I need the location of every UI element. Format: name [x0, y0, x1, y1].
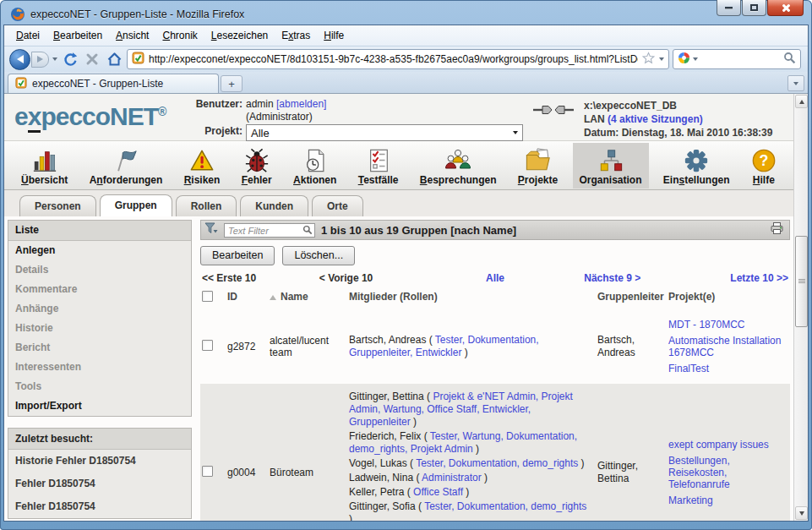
delete-button[interactable]: Löschen...	[282, 246, 355, 265]
toolbar-item-fehler[interactable]: Fehler	[235, 143, 279, 189]
title-bar[interactable]: expeccoNET - Gruppen-Liste - Mozilla Fir…	[3, 0, 809, 25]
logout-link[interactable]: [abmelden]	[276, 98, 326, 110]
toolbar-item-label: Übersicht	[21, 174, 68, 186]
project-link[interactable]: Automatische Installation 1678MCC	[668, 335, 788, 358]
toolbar-item-anforderungen[interactable]: Anforderungen	[83, 143, 170, 189]
stop-button[interactable]	[83, 50, 101, 68]
tab-orte[interactable]: Orte	[312, 195, 363, 216]
recent-item-link[interactable]: Historie Fehler D1850754	[8, 450, 191, 473]
scroll-up-button[interactable]	[795, 95, 808, 108]
sidebar-item-liste[interactable]: Liste	[8, 221, 191, 241]
tab-gruppen[interactable]: Gruppen	[100, 194, 172, 216]
column-members[interactable]: Mitglieder (Rollen)	[349, 291, 592, 303]
project-link[interactable]: exept company issues	[668, 439, 788, 451]
new-tab-button[interactable]: +	[221, 75, 243, 92]
minimize-button[interactable]	[717, 0, 741, 16]
header-checkbox[interactable]	[202, 291, 213, 302]
date-line: Datum: Dienstag, 18. Mai 2010 16:38:39	[584, 126, 793, 139]
toolbar-item-uebersicht[interactable]: Übersicht	[14, 143, 74, 189]
group-name: alcatel/lucent team	[270, 335, 344, 358]
page-next-link[interactable]: Nächste 9 >	[584, 272, 640, 284]
thumb-grip-icon	[798, 279, 805, 283]
browser-tab-active[interactable]: expeccoNET - Gruppen-Liste	[8, 74, 219, 93]
menu-ansicht[interactable]: Ansicht	[109, 27, 155, 44]
print-icon[interactable]	[770, 221, 784, 238]
history-dropdown-icon[interactable]	[52, 57, 57, 61]
member-roles[interactable]: Office Staff	[413, 486, 463, 498]
tab-rollen[interactable]: Rollen	[176, 195, 237, 216]
toolbar-item-aktionen[interactable]: Aktionen	[286, 143, 343, 189]
toolbar-item-hilfe[interactable]: ?Hilfe	[744, 143, 783, 189]
home-button[interactable]	[105, 50, 123, 68]
member-roles[interactable]: Administrator	[422, 472, 482, 484]
filter-funnel-icon[interactable]	[204, 222, 218, 238]
toolbar-item-organisation[interactable]: Organisation	[573, 143, 649, 189]
sidebar-item-import-export[interactable]: Import/Export	[8, 396, 191, 416]
menu-lesezeichen[interactable]: Lesezeichen	[204, 27, 275, 44]
arrow-up-icon	[799, 100, 804, 104]
url-input[interactable]	[149, 53, 638, 65]
sessions-link[interactable]: (4 aktive Sitzungen)	[608, 113, 703, 125]
row-checkbox[interactable]	[202, 340, 213, 351]
table-header: ID Name Mitglieder (Rollen) Gruppenleite…	[200, 290, 790, 309]
menu-bar: DateiBearbeitenAnsichtChronikLesezeichen…	[4, 25, 808, 46]
scroll-down-button[interactable]	[795, 506, 808, 520]
search-input[interactable]	[700, 53, 781, 65]
url-dropdown-icon[interactable]	[659, 57, 664, 61]
paren-close: )	[349, 513, 352, 521]
page-all-link[interactable]: Alle	[486, 272, 504, 284]
menu-bearbeiten[interactable]: Bearbeiten	[46, 27, 109, 44]
recent-item-link[interactable]: Fehler D1850754	[8, 495, 191, 518]
url-bar[interactable]	[127, 49, 669, 69]
page-first-link: << Erste 10	[202, 272, 256, 284]
search-box[interactable]	[673, 49, 801, 69]
page-last-link[interactable]: Letzte 10 >>	[730, 272, 788, 284]
menu-chronik[interactable]: Chronik	[155, 27, 204, 44]
maximize-button[interactable]	[742, 0, 766, 16]
tab-list-dropdown[interactable]	[787, 75, 804, 91]
member-roles[interactable]: Tester, Dokumentation, demo_rights	[416, 457, 578, 469]
paren-open: (	[407, 457, 416, 469]
project-link[interactable]: Marketing	[668, 494, 788, 506]
menu-extras[interactable]: Extras	[275, 27, 317, 44]
people-icon	[444, 148, 472, 173]
edit-button[interactable]: Bearbeiten	[200, 246, 275, 265]
project-link[interactable]: Bestellungen, Reisekosten, Telefonanrufe	[668, 455, 788, 490]
paren-open: (	[426, 334, 434, 346]
sidebar-item-anlegen[interactable]: Anlegen	[8, 241, 191, 260]
column-leader[interactable]: Gruppenleiter	[597, 291, 663, 303]
close-button[interactable]	[767, 0, 804, 16]
search-magnifier-icon[interactable]	[783, 52, 796, 68]
back-button[interactable]	[9, 49, 30, 70]
column-name[interactable]: Name	[270, 291, 344, 303]
member-roles[interactable]: Tester, Dokumentation, demo_rights	[424, 500, 586, 512]
menu-hilfe[interactable]: Hilfe	[317, 27, 351, 44]
text-filter-input[interactable]	[224, 223, 315, 238]
bookmark-star-icon[interactable]	[642, 52, 655, 68]
flag-icon	[113, 148, 139, 173]
recent-panel: Zuletzt besucht: Historie Fehler D185075…	[8, 428, 192, 519]
reload-icon	[63, 52, 78, 67]
row-checkbox[interactable]	[202, 466, 213, 477]
lan-label: LAN	[584, 113, 605, 125]
project-link[interactable]: FinalTest	[668, 363, 788, 374]
recent-item-link[interactable]: Fehler D1850754	[8, 473, 191, 495]
reload-button[interactable]	[61, 50, 79, 68]
toolbar-item-projekte[interactable]: Projekte	[511, 143, 564, 189]
toolbar-item-risiken[interactable]: Risiken	[177, 143, 227, 189]
forward-button[interactable]	[31, 52, 49, 68]
toolbar-item-besprechungen[interactable]: Besprechungen	[413, 143, 504, 189]
menu-datei[interactable]: Datei	[9, 27, 46, 44]
project-link[interactable]: MDT - 1870MCC	[668, 319, 788, 331]
tab-kunden[interactable]: Kunden	[240, 195, 308, 216]
toolbar-item-einstellungen[interactable]: Einstellungen	[657, 143, 737, 189]
toolbar-item-testfaelle[interactable]: Testfälle	[352, 143, 406, 189]
column-id[interactable]: ID	[227, 291, 264, 303]
paren-close: )	[578, 457, 584, 469]
scrollbar-thumb[interactable]	[795, 236, 808, 327]
search-engine-dropdown-icon[interactable]	[693, 57, 698, 61]
column-projects[interactable]: Projekt(e)	[668, 291, 788, 303]
project-select[interactable]: Alle	[246, 124, 523, 141]
tab-personen[interactable]: Personen	[19, 195, 96, 216]
page-scrollbar[interactable]	[793, 94, 808, 521]
